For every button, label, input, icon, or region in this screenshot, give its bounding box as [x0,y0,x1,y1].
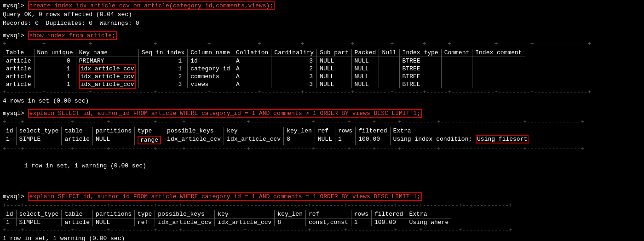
col-nonunique: Non_unique [34,49,76,57]
divider1-top: +----------+------------+---------------… [3,40,641,49]
cell-comment [441,65,472,73]
cell2-possiblekeys: idx_article_ccv [164,135,224,145]
cell-packed: NULL [351,73,379,80]
col-packed: Packed [351,49,379,57]
cell-indextype: BTREE [399,80,441,88]
table3-header-row: id select_type table partitions type pos… [3,210,452,218]
col2-selecttype: select_type [16,127,62,135]
cell-indextype: BTREE [399,73,441,80]
table-row: article 1 idx_article_ccv 3 views A 3 NU… [3,80,525,88]
cell-collation: A [233,65,271,73]
table1: Table Non_unique Key_name Seq_in_index C… [3,49,525,88]
cell2-extra: Using index condition; Using filesort [390,135,531,145]
prompt4: mysql> [3,193,28,200]
col-table: Table [3,49,34,57]
cell-columnname: id [188,57,233,65]
col2-ref: ref [315,127,335,135]
col2-rows: rows [335,127,355,135]
cell2-filtered: 100.00 [356,135,390,145]
cell-keyname: idx_article_ccv [76,65,138,73]
cell-collation: A [233,80,271,88]
keyname-box3: idx_article_ccv [79,80,136,89]
col-comment: Comment [441,49,472,57]
col3-possiblekeys: possible_keys [155,210,215,218]
col-seqinindex: Seq_in_index [138,49,188,57]
col-indextype: Index_type [399,49,441,57]
table-row: article 1 idx_article_ccv 2 comments A 3… [3,73,525,80]
table2-footer-text: 1 row in set, 1 warning (0.00 sec) [24,162,146,169]
cell-seqinindex: 3 [138,80,188,88]
cmd1-line: mysql> create index idx_article_ccv on a… [3,2,641,11]
col-indexcomment: Index_comment [472,49,525,57]
col2-partitions: partitions [93,127,135,135]
cell3-extra: Using where [406,218,451,226]
col3-partitions: partitions [93,210,135,218]
col3-filtered: filtered [372,210,406,218]
cell-indexcomment [472,73,525,80]
range-box: range [138,136,161,144]
cell-table: article [3,65,34,73]
table-row: article 1 idx_article_ccv 1 category_id … [3,65,525,73]
cell-nonunique: 1 [34,65,76,73]
divider2-bottom: +----+-------------+---------+----------… [3,145,641,154]
table-row: 1 SIMPLE article NULL ref idx_article_cc… [3,218,452,226]
cell-indextype: BTREE [399,65,441,73]
cell-null [379,80,399,88]
cell-seqinindex: 1 [138,57,188,65]
cmd2-line: mysql> show index from article; [3,32,641,40]
prompt2: mysql> [3,32,28,39]
cell-columnname: category_id [188,65,233,73]
cell3-keylen: 8 [275,218,306,226]
cell-seqinindex: 2 [138,73,188,80]
col3-keylen: key_len [275,210,306,218]
cmd2-box: show index from article; [28,31,117,40]
cell3-partitions: NULL [93,218,135,226]
col3-key: key [215,210,275,218]
table3-footer: 1 row in set, 1 warning (0.00 sec) [3,235,641,241]
cell3-filtered: 100.00 [372,218,406,226]
divider3-bottom: +----+-------------+---------+----------… [3,226,641,235]
cmd1-box: create index idx_article_ccv on article(… [28,1,275,10]
cell3-key: idx_article_ccv [215,218,275,226]
table2-footer: 1 row in set, 1 warning (0.00 sec) ↑↑ [3,153,641,189]
cell-subpart: NULL [317,80,351,88]
section-show-index: mysql> show index from article; +-------… [3,32,641,106]
cell-columnname: comments [188,73,233,80]
cmd3-line: mysql> explain SELECT id, author_id FROM… [3,109,641,118]
col2-keylen: key_len [284,127,315,135]
col2-type: type [135,127,164,135]
cell-comment [441,57,472,65]
divider2-top: +----+-------------+---------+----------… [3,118,641,127]
cell2-key: idx_article_ccv [224,135,284,145]
terminal: mysql> create index idx_article_ccv on a… [0,0,644,241]
cell-subpart: NULL [317,57,351,65]
cell-indextype: BTREE [399,57,441,65]
cell-comment [441,73,472,80]
col2-table: table [62,127,93,135]
cell-subpart: NULL [317,65,351,73]
cmd1-result1: Query OK, 0 rows affected (0.04 sec) [3,11,641,19]
cell2-keylen: 8 [284,135,315,145]
table1-header-row: Table Non_unique Key_name Seq_in_index C… [3,49,525,57]
col3-table: table [62,210,93,218]
col2-id: id [3,127,17,135]
cell-table: article [3,73,34,80]
cell2-id: 1 [3,135,17,145]
section-explain1: mysql> explain SELECT id, author_id FROM… [3,109,641,189]
col2-filtered: filtered [356,127,390,135]
cell-indexcomment [472,80,525,88]
cell2-rows: 1 [335,135,355,145]
cmd1-result2: Records: 0 Duplicates: 0 Warnings: 0 [3,19,641,28]
cell-cardinality: 3 [271,73,317,80]
table2: id select_type table partitions type pos… [3,127,531,145]
cell-comment [441,80,472,88]
cell-keyname: PRIMARY [76,57,138,65]
cell-indexcomment [472,57,525,65]
cell-packed: NULL [351,65,379,73]
cell2-partitions: NULL [93,135,135,145]
col3-ref: ref [305,210,351,218]
section-explain2: mysql> explain SELECT id, author_id FROM… [3,193,641,241]
cell-keyname: idx_article_ccv [76,73,138,80]
cell-table: article [3,57,34,65]
cell-collation: A [233,73,271,80]
